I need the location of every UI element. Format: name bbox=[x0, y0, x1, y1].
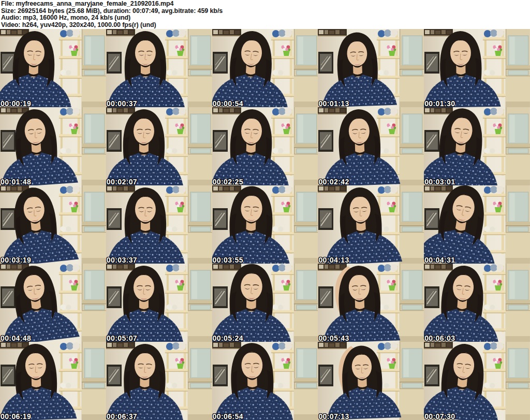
timestamp-overlay: 00:03:55 bbox=[213, 256, 243, 264]
video-info-line: Video: h264, yuv420p, 320x240, 1000.00 f… bbox=[1, 22, 530, 29]
video-frame-preview bbox=[424, 264, 530, 342]
video-thumbnail: 00:03:19 bbox=[0, 185, 106, 264]
timestamp-overlay: 00:02:42 bbox=[318, 178, 349, 185]
video-frame-preview bbox=[0, 185, 106, 264]
video-thumbnail: 00:04:48 bbox=[0, 264, 106, 342]
video-frame-preview bbox=[212, 185, 318, 264]
video-thumbnail: 00:03:01 bbox=[424, 107, 530, 185]
timestamp-overlay: 00:05:07 bbox=[107, 334, 137, 342]
video-contact-sheet: File: myfreecams_anna_maryjane_female_21… bbox=[0, 0, 530, 420]
timestamp-overlay: 00:02:25 bbox=[213, 178, 243, 185]
video-thumbnail: 00:07:13 bbox=[318, 342, 424, 420]
video-frame-preview bbox=[212, 107, 318, 185]
video-thumbnail: 00:00:37 bbox=[106, 29, 212, 107]
video-frame-preview bbox=[106, 342, 212, 420]
video-frame-preview bbox=[106, 185, 212, 264]
timestamp-overlay: 00:00:54 bbox=[213, 99, 243, 107]
video-frame-preview bbox=[212, 29, 318, 107]
video-frame-preview bbox=[424, 107, 530, 185]
timestamp-overlay: 00:03:01 bbox=[424, 178, 455, 185]
video-thumbnail: 00:03:37 bbox=[106, 185, 212, 264]
video-frame-preview bbox=[318, 264, 424, 342]
video-frame-preview bbox=[106, 29, 212, 107]
video-thumbnail: 00:06:03 bbox=[424, 264, 530, 342]
timestamp-overlay: 00:06:37 bbox=[107, 412, 137, 420]
file-info-line: File: myfreecams_anna_maryjane_female_21… bbox=[1, 1, 530, 8]
video-thumbnail: 00:05:07 bbox=[106, 264, 212, 342]
timestamp-overlay: 00:01:48 bbox=[1, 178, 31, 185]
video-frame-preview bbox=[318, 342, 424, 420]
video-thumbnail: 00:03:55 bbox=[212, 185, 318, 264]
video-thumbnail: 00:06:19 bbox=[0, 342, 106, 420]
timestamp-overlay: 00:03:37 bbox=[107, 256, 137, 264]
timestamp-overlay: 00:06:54 bbox=[213, 412, 243, 420]
video-thumbnail: 00:06:37 bbox=[106, 342, 212, 420]
video-thumbnail: 00:06:54 bbox=[212, 342, 318, 420]
video-frame-preview bbox=[106, 264, 212, 342]
timestamp-overlay: 00:03:19 bbox=[1, 256, 31, 264]
video-frame-preview bbox=[212, 264, 318, 342]
video-frame-preview bbox=[212, 342, 318, 420]
audio-info-line: Audio: mp3, 16000 Hz, mono, 24 kb/s (und… bbox=[1, 15, 530, 22]
video-thumbnail: 00:02:25 bbox=[212, 107, 318, 185]
video-thumbnail: 00:01:13 bbox=[318, 29, 424, 107]
size-info-line: Size: 26925164 bytes (25.68 MiB), durati… bbox=[1, 8, 530, 15]
video-frame-preview bbox=[106, 107, 212, 185]
video-frame-preview bbox=[0, 107, 106, 185]
timestamp-overlay: 00:01:30 bbox=[424, 99, 455, 107]
video-frame-preview bbox=[0, 29, 106, 107]
video-thumbnail: 00:00:54 bbox=[212, 29, 318, 107]
timestamp-overlay: 00:06:19 bbox=[1, 412, 31, 420]
timestamp-overlay: 00:07:13 bbox=[318, 412, 349, 420]
timestamp-overlay: 00:02:07 bbox=[107, 178, 137, 185]
timestamp-overlay: 00:04:31 bbox=[424, 256, 455, 264]
video-thumbnail: 00:07:30 bbox=[424, 342, 530, 420]
timestamp-overlay: 00:00:19 bbox=[1, 99, 31, 107]
video-frame-preview bbox=[424, 185, 530, 264]
timestamp-overlay: 00:01:13 bbox=[318, 99, 349, 107]
video-thumbnail: 00:00:19 bbox=[0, 29, 106, 107]
video-frame-preview bbox=[318, 185, 424, 264]
video-thumbnail: 00:05:24 bbox=[212, 264, 318, 342]
video-thumbnail: 00:04:31 bbox=[424, 185, 530, 264]
video-thumbnail: 00:01:30 bbox=[424, 29, 530, 107]
video-frame-preview bbox=[424, 342, 530, 420]
metadata-header: File: myfreecams_anna_maryjane_female_21… bbox=[0, 0, 530, 29]
timestamp-overlay: 00:00:37 bbox=[107, 99, 137, 107]
thumbnail-grid: 00:00:19 bbox=[0, 29, 530, 420]
video-thumbnail: 00:01:48 bbox=[0, 107, 106, 185]
timestamp-overlay: 00:04:13 bbox=[318, 256, 349, 264]
video-thumbnail: 00:05:43 bbox=[318, 264, 424, 342]
video-frame-preview bbox=[318, 107, 424, 185]
video-thumbnail: 00:02:07 bbox=[106, 107, 212, 185]
video-frame-preview bbox=[318, 29, 424, 107]
video-frame-preview bbox=[0, 342, 106, 420]
video-thumbnail: 00:02:42 bbox=[318, 107, 424, 185]
video-frame-preview bbox=[0, 264, 106, 342]
timestamp-overlay: 00:04:48 bbox=[1, 334, 31, 342]
video-frame-preview bbox=[424, 29, 530, 107]
video-thumbnail: 00:04:13 bbox=[318, 185, 424, 264]
timestamp-overlay: 00:07:30 bbox=[424, 412, 455, 420]
timestamp-overlay: 00:05:24 bbox=[213, 334, 243, 342]
timestamp-overlay: 00:06:03 bbox=[424, 334, 455, 342]
timestamp-overlay: 00:05:43 bbox=[318, 334, 349, 342]
